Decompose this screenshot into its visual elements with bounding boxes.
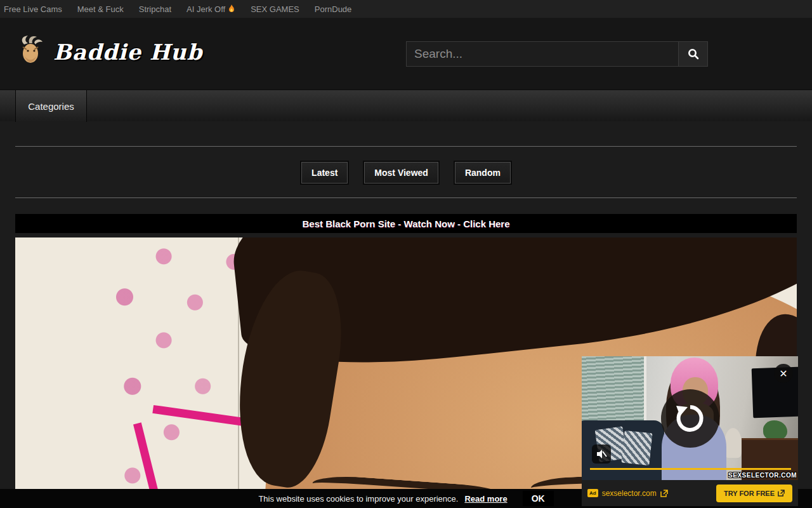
muted-speaker-icon [596,448,607,460]
ad-watermark: SEXSELECTOR.COM [728,472,797,479]
fire-icon [228,4,235,13]
replay-button[interactable] [661,389,719,448]
top-links-bar: Free Live Cams Meet & Fuck Stripchat AI … [0,0,812,18]
ad-domain-link[interactable]: Ad sexselector.com [587,489,668,498]
divider-bottom [15,197,797,198]
search-input[interactable] [406,41,679,67]
main-nav: Categories [0,90,812,121]
ad-cta-label: TRY FOR FREE [724,490,775,497]
ad-domain-text: sexselector.com [602,489,657,498]
filter-latest-button[interactable]: Latest [301,162,348,184]
external-link-icon [660,490,668,497]
ad-badge: Ad [587,489,598,497]
toplink-stripchat[interactable]: Stripchat [139,4,171,14]
toplink-free-live-cams[interactable]: Free Live Cams [4,4,62,14]
cookie-message: This website uses cookies to improve you… [258,494,458,504]
toplink-ai-jerk-off[interactable]: AI Jerk Off [187,4,235,14]
search-button[interactable] [679,41,708,67]
filter-buttons-row: Latest Most Viewed Random [0,162,812,184]
side-table [724,428,742,458]
filter-most-viewed-button[interactable]: Most Viewed [364,162,438,184]
mute-button[interactable] [592,444,611,464]
search-bar [406,41,708,67]
ad-progress-bar[interactable] [590,468,791,470]
toplink-sex-games[interactable]: SEX GAMES [251,4,299,14]
logo-text: Baddie Hub [53,39,202,65]
divider-top [15,146,797,147]
nav-tab-categories[interactable]: Categories [15,90,87,122]
cookie-read-more-link[interactable]: Read more [464,494,507,504]
ad-info-bar: Ad sexselector.com TRY FOR FREE [582,480,798,506]
filter-random-button[interactable]: Random [455,162,511,184]
cookie-ok-button[interactable]: OK [523,491,554,506]
promo-banner-link[interactable]: Best Black Porn Site - Watch Now - Click… [15,214,797,233]
ad-video-player[interactable]: ✕ SEXSELECTOR.COM [582,356,798,480]
ad-cta-button[interactable]: TRY FOR FREE [716,485,792,502]
toplink-label: AI Jerk Off [187,4,225,14]
video-ad-overlay: ✕ SEXSELECTOR.COM Ad sexselector.com TRY… [582,356,798,506]
replay-icon [674,402,707,435]
site-logo[interactable]: Baddie Hub [15,34,202,70]
goat-icon [15,34,48,70]
site-header: Baddie Hub [0,18,812,90]
search-icon [688,48,699,60]
pillow [621,431,652,465]
ad-close-button[interactable]: ✕ [774,364,793,383]
external-link-icon [778,490,785,497]
toplink-meet-and-fuck[interactable]: Meet & Fuck [77,4,124,14]
toplink-porndude[interactable]: PornDude [315,4,352,14]
close-icon: ✕ [779,368,787,380]
